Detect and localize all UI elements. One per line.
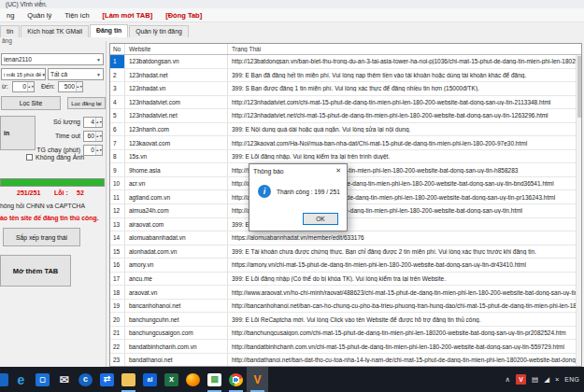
table-row[interactable]: 7123kaovat.comhttp://123kaovat.com/Ha-No… (110, 136, 581, 150)
website-cell[interactable]: 15s.vn (125, 150, 228, 163)
tray-language[interactable]: ENG (564, 376, 579, 383)
website-cell[interactable]: acr.vn (125, 177, 228, 190)
website-cell[interactable]: banchungcusaigon.com (125, 327, 228, 340)
menu-item-lam-moi-tab[interactable]: [Làm mới TAB] (96, 11, 160, 20)
ok-button[interactable]: OK (303, 213, 338, 225)
website-cell[interactable]: 123nhadatviet.net (125, 109, 228, 122)
website-cell[interactable]: aimua24h.com (125, 204, 228, 217)
table-row[interactable]: 1123batdongsan.vnhttp://123batdongsan.vn… (110, 55, 581, 69)
tray-red-app-icon[interactable]: V (516, 374, 526, 385)
website-cell[interactable]: 123nhadat.vn (125, 82, 228, 95)
table-row[interactable]: 20banchungcuhn.net399: E Lỗi ReCaptcha m… (110, 313, 581, 327)
website-cell[interactable]: bancanhohanoi.net (125, 300, 228, 313)
table-row[interactable]: 21banchungcusaigon.comhttp://banchungcus… (110, 327, 581, 341)
stepper-arrows-icon[interactable]: ▲▼ (95, 132, 102, 141)
table-row[interactable]: 14alomuabannhadat.vnhttps://alomuabannha… (110, 231, 581, 245)
website-cell[interactable]: bandathanoi.net (125, 354, 228, 366)
table-row[interactable]: 19bancanhohanoi.nethttp://bancanhohanoi.… (110, 300, 581, 314)
website-cell[interactable]: 123nhanh.com (125, 123, 228, 136)
website-cell[interactable]: amory.vn (125, 259, 228, 272)
website-cell[interactable]: araovat.vn (125, 286, 228, 299)
account-combobox[interactable]: ienan2110 ▼ (1, 53, 104, 65)
website-cell[interactable]: alonhadat.com.vn (125, 245, 228, 259)
table-row[interactable]: 15alonhadat.com.vn399: E Tài khoản chưa … (110, 245, 581, 259)
website-cell[interactable]: 9home.asia (125, 163, 228, 176)
row-number: 15 (110, 245, 125, 259)
website-cell[interactable]: airaovat.com (125, 218, 228, 231)
table-row[interactable]: 815s.vn399: E Lỗi đăng nhập. Vui lòng ki… (110, 150, 581, 164)
khong-dang-anh-checkbox[interactable]: Không đăng Ảnh (26, 154, 84, 161)
title-combobox[interactable]: i mất 15 phút để ▼ (1, 68, 46, 80)
tab-0[interactable]: tin (0, 25, 20, 37)
scrollbar-thumb[interactable] (577, 56, 581, 118)
tab-quan-ly-tin-dang[interactable]: Quản lý tin đăng (129, 25, 189, 37)
tab-kich-hoat-tk-gmail[interactable]: Kích hoạt TK GMail (21, 25, 89, 37)
table-row[interactable]: 22bandatbinhchanh.com.vnhttp://bandatbin… (110, 340, 581, 354)
posting-app-icon[interactable]: V (247, 367, 268, 392)
header-website[interactable]: Website (125, 44, 228, 54)
tray-network-icon[interactable]: ◢ (544, 375, 549, 384)
to-stepper[interactable]: 500 ▲▼ (58, 81, 83, 92)
chrome-icon[interactable] (225, 367, 247, 392)
stepper-arrows-icon[interactable]: ▲▼ (95, 146, 102, 155)
menu-item-0[interactable]: ng (0, 11, 21, 20)
website-cell[interactable]: banchungcuhn.net (125, 313, 228, 326)
stepper-arrows-icon[interactable]: ▲▼ (95, 118, 102, 127)
table-row[interactable]: 6123nhanh.com399: E Nội dung quá dài hoặ… (110, 123, 581, 137)
stepper-arrows-icon[interactable]: ▲▼ (27, 82, 34, 91)
website-cell[interactable]: 123kaovat.com (125, 136, 228, 149)
taskbar-partial-icon[interactable] (0, 367, 10, 392)
firefox-icon[interactable] (182, 367, 204, 392)
tray-mute-icon[interactable]: × (555, 375, 559, 384)
table-row[interactable]: 16amory.vnhttps://amory.vn/chi-mat-15-ph… (110, 259, 581, 273)
so-luong-stepper[interactable]: 4 ▲▼ (83, 117, 103, 128)
browser-circle-icon[interactable]: c (75, 367, 96, 392)
loc-dang-lai-button[interactable]: Lọc đăng lại (67, 97, 106, 109)
captcha-option-text[interactable]: hông hỏi CHNN và CAPTCHA (0, 203, 85, 209)
website-cell[interactable]: agtland.com.vn (125, 190, 228, 203)
table-row[interactable]: 2123nhadat.net399: E Bạn đã đăng hết tin… (110, 69, 581, 83)
menu-item-tien-ich[interactable]: Tiện ích (58, 11, 95, 20)
table-row[interactable]: 3123nhadat.vn399: S Bạn được đăng 1 tin … (110, 82, 581, 96)
error-count: 52 (77, 189, 84, 196)
website-cell[interactable]: alomuabannhadat.vn (125, 231, 228, 245)
tg-chay-stepper[interactable]: 0 ▲▼ (83, 145, 103, 156)
header-status[interactable]: Trạng Thái (228, 46, 581, 52)
close-icon[interactable]: ✕ (334, 167, 343, 175)
website-cell[interactable]: bandatbinhchanh.com.vn (125, 340, 228, 353)
tray-expand-icon[interactable]: ∧ (506, 375, 511, 384)
table-row[interactable]: 17ancu.me399: E Lỗi đăng nhập (Có thể do… (110, 273, 581, 287)
website-cell[interactable]: 123batdongsan.vn (125, 55, 228, 68)
loc-site-button[interactable]: Lọc Site (1, 96, 61, 110)
website-cell[interactable]: 123nhadatviet.com (125, 96, 228, 109)
teamviewer-icon[interactable]: ⇄ (96, 367, 118, 392)
sort-status-button[interactable]: Sắp xếp trạng thái (3, 228, 80, 246)
zalo-icon[interactable]: al (139, 367, 161, 392)
store-icon[interactable]: ▢ (32, 367, 53, 392)
document-icon[interactable]: ▤ (204, 367, 225, 392)
website-cell[interactable]: 123nhadat.net (125, 69, 228, 82)
mail-icon[interactable]: ✉ (53, 367, 75, 392)
from-stepper[interactable]: 0 ▲▼ (12, 81, 35, 92)
menu-item-dong-tab[interactable]: [Đóng Tab] (159, 11, 208, 20)
excel-icon[interactable]: x (161, 367, 182, 392)
tray-display-icon[interactable]: ▤ (532, 375, 538, 384)
menu-item-quan-ly[interactable]: Quản lý (21, 11, 58, 20)
table-row[interactable]: 5123nhadatviet.nethttp://123nhadatviet.n… (110, 109, 581, 123)
tab-dang-tin[interactable]: Đăng tin (90, 24, 128, 37)
table-row[interactable]: 23bandathanoi.nethttp://bandathanoi.net/… (110, 354, 581, 366)
row-number: 10 (110, 177, 125, 190)
edge-icon[interactable]: e (10, 367, 32, 392)
timeout-stepper[interactable]: 60 ▲▼ (83, 131, 103, 142)
website-cell[interactable]: ancu.me (125, 273, 228, 286)
dialog-titlebar[interactable]: Thông báo ✕ (249, 164, 347, 177)
table-row[interactable]: 18araovat.vnhttp://www.araovat.vn/ho-chi… (110, 286, 581, 300)
header-no[interactable]: No (110, 44, 125, 54)
stepper-arrows-icon[interactable]: ▲▼ (76, 82, 82, 91)
table-row[interactable]: 4123nhadatviet.comhttp://123nhadatviet.c… (110, 96, 581, 110)
filter-combobox[interactable]: Tất cả ▼ (48, 68, 104, 80)
open-tab-button[interactable]: Mở thêm TAB (0, 255, 71, 287)
status-cell: 399: E Tài khoản chưa được chứng thực. B… (228, 248, 581, 255)
vertical-scrollbar[interactable] (576, 55, 581, 366)
file-explorer-icon[interactable] (118, 367, 139, 392)
